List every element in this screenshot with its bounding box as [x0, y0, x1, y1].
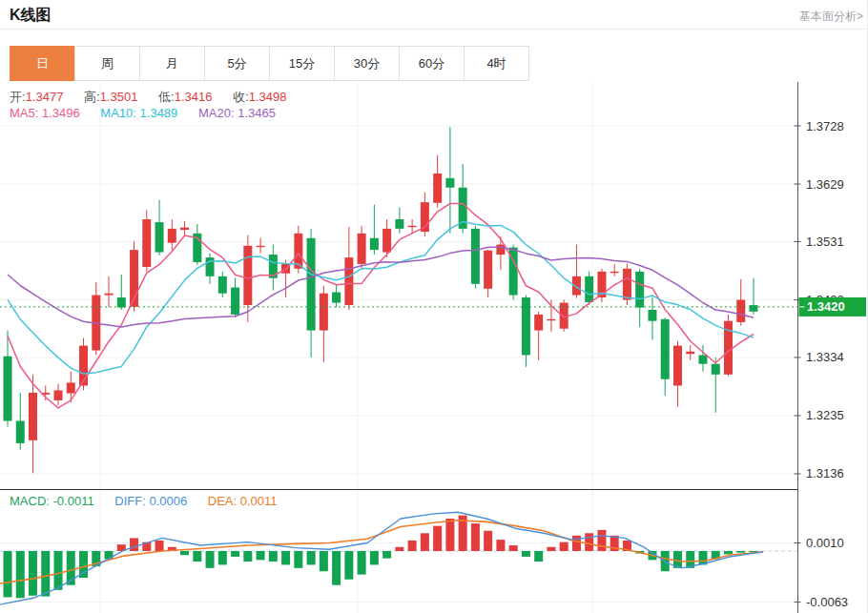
tab-day[interactable]: 日 — [10, 46, 75, 81]
ohlc-legend: 开:1.3477 高:1.3501 低:1.3416 收:1.3498 — [10, 89, 303, 106]
macd-histogram — [4, 516, 758, 599]
ma10-legend: MA10: 1.3489 — [100, 106, 177, 120]
svg-text:-0.0063: -0.0063 — [806, 595, 848, 609]
svg-text:1.3629: 1.3629 — [806, 177, 844, 192]
svg-text:1.3235: 1.3235 — [806, 408, 844, 422]
ma5-legend: MA5: 1.3496 — [10, 106, 80, 120]
tab-30min[interactable]: 30分 — [334, 46, 400, 81]
tab-15min[interactable]: 15分 — [269, 46, 335, 81]
page-title: K线图 — [10, 6, 52, 26]
macd-legend: MACD: -0.0011 DIFF: 0.0006 DEA: 0.0011 — [10, 494, 295, 508]
period-tab-bar: 日 周 月 5分 15分 30分 60分 4时 — [10, 46, 529, 81]
macd-value: MACD: -0.0011 — [10, 494, 94, 508]
svg-text:1.3334: 1.3334 — [806, 350, 844, 364]
dea-value: DEA: 0.0011 — [208, 494, 278, 508]
svg-text:1.3420: 1.3420 — [807, 299, 845, 314]
header-divider — [0, 29, 868, 30]
kline-widget: 1.37281.36291.35311.34321.33341.32351.31… — [0, 0, 868, 613]
ma20-legend: MA20: 1.3465 — [198, 106, 276, 120]
ma-legend: MA5: 1.3496 MA10: 1.3489 MA20: 1.3465 — [10, 106, 293, 120]
y-axis-labels: 1.37281.36291.35311.34321.33341.32351.31… — [795, 119, 849, 610]
current-price-badge: 1.3420 — [799, 297, 867, 317]
high-value: 高:1.3501 — [84, 90, 137, 104]
fundamental-analysis-link[interactable]: 基本面分析> — [799, 9, 863, 25]
close-value: 收:1.3498 — [233, 90, 286, 104]
svg-text:1.3531: 1.3531 — [806, 235, 844, 249]
tab-5min[interactable]: 5分 — [204, 46, 270, 81]
low-value: 低:1.3416 — [158, 90, 212, 104]
svg-text:1.3136: 1.3136 — [806, 466, 844, 480]
diff-value: DIFF: 0.0006 — [114, 494, 187, 508]
svg-text:1.3728: 1.3728 — [806, 119, 844, 133]
tab-month[interactable]: 月 — [139, 46, 205, 81]
tab-week[interactable]: 周 — [74, 46, 140, 81]
open-value: 开:1.3477 — [10, 90, 63, 104]
tab-60min[interactable]: 60分 — [399, 46, 465, 81]
tab-4hour[interactable]: 4时 — [464, 46, 529, 81]
svg-text:0.0010: 0.0010 — [806, 536, 844, 550]
